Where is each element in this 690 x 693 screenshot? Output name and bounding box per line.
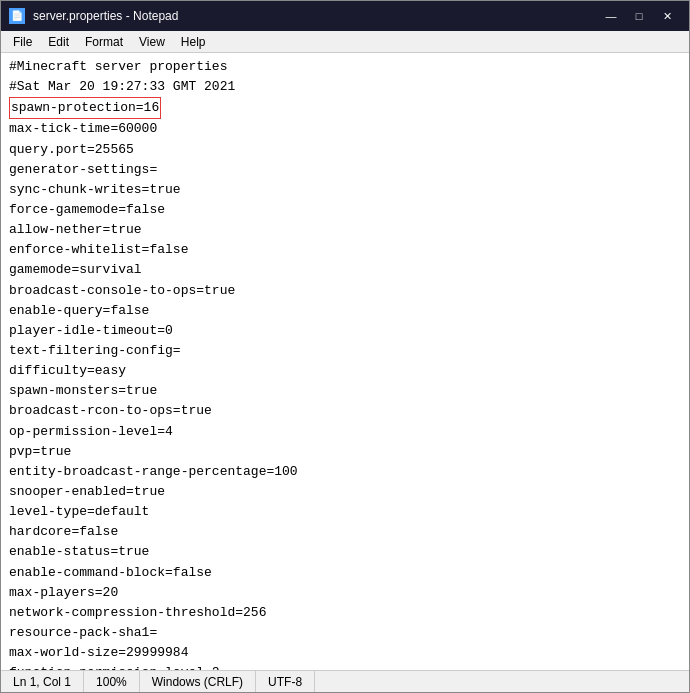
cursor-position: Ln 1, Col 1 <box>9 671 84 692</box>
highlighted-line: spawn-protection=16 <box>9 97 161 119</box>
menu-format[interactable]: Format <box>77 33 131 51</box>
maximize-button[interactable]: □ <box>625 6 653 26</box>
menu-bar: File Edit Format View Help <box>1 31 689 53</box>
close-button[interactable]: ✕ <box>653 6 681 26</box>
notepad-window: 📄 server.properties - Notepad — □ ✕ File… <box>0 0 690 693</box>
title-bar: 📄 server.properties - Notepad — □ ✕ <box>1 1 689 31</box>
window-title: server.properties - Notepad <box>33 9 178 23</box>
app-icon: 📄 <box>9 8 25 24</box>
menu-view[interactable]: View <box>131 33 173 51</box>
content-area: #Minecraft server properties #Sat Mar 20… <box>1 53 689 670</box>
zoom-level: 100% <box>84 671 140 692</box>
text-editor[interactable]: #Minecraft server properties #Sat Mar 20… <box>1 53 689 670</box>
encoding: UTF-8 <box>256 671 315 692</box>
menu-help[interactable]: Help <box>173 33 214 51</box>
menu-file[interactable]: File <box>5 33 40 51</box>
menu-edit[interactable]: Edit <box>40 33 77 51</box>
status-bar: Ln 1, Col 1 100% Windows (CRLF) UTF-8 <box>1 670 689 692</box>
title-controls: — □ ✕ <box>597 6 681 26</box>
minimize-button[interactable]: — <box>597 6 625 26</box>
title-bar-left: 📄 server.properties - Notepad <box>9 8 178 24</box>
line-ending: Windows (CRLF) <box>140 671 256 692</box>
